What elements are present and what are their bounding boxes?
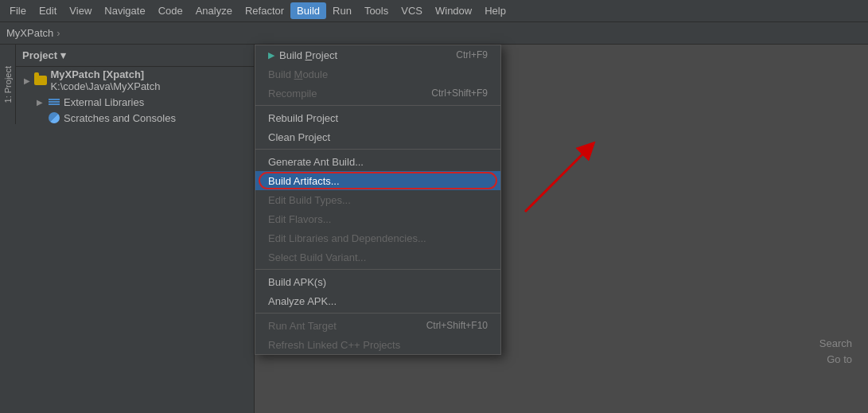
- menu-build-project-shortcut: Ctrl+F9: [456, 49, 488, 60]
- menu-edit[interactable]: Edit: [33, 2, 63, 19]
- menubar: File Edit View Navigate Code Analyze Ref…: [0, 0, 868, 22]
- build-dropdown-menu: ▶ Build Project Ctrl+F9 Build Module Rec…: [255, 45, 501, 355]
- menu-generate-ant-label: Generate Ant Build...: [268, 156, 364, 168]
- menu-build-apk-label: Build APK(s): [268, 276, 326, 288]
- folder-icon: [34, 74, 47, 87]
- menu-code[interactable]: Code: [152, 2, 189, 19]
- menu-edit-build-types: Edit Build Types...: [255, 190, 500, 209]
- menu-file[interactable]: File: [3, 2, 33, 19]
- menu-run-ant-shortcut: Ctrl+Shift+F10: [426, 320, 488, 331]
- menu-vcs[interactable]: VCS: [395, 2, 429, 19]
- sidebar-item-external-libraries[interactable]: ▶ External Libraries: [16, 94, 254, 110]
- menu-run[interactable]: Run: [326, 2, 358, 19]
- menu-analyze[interactable]: Analyze: [189, 2, 239, 19]
- expand-icon-myxpatch: ▶: [22, 76, 31, 85]
- expand-icon-libraries: ▶: [35, 97, 45, 107]
- menu-analyze-apk-label: Analyze APK...: [268, 295, 337, 307]
- menu-build-module: Build Module: [255, 64, 500, 84]
- menu-run-ant-label: Run Ant Target: [268, 320, 337, 332]
- project-tab[interactable]: 1: Project: [0, 45, 16, 124]
- menu-select-build-variant: Select Build Variant...: [255, 247, 500, 267]
- breadcrumb: MyXPatch: [6, 27, 53, 39]
- libraries-icon: [48, 95, 60, 108]
- menu-build[interactable]: Build: [290, 2, 326, 19]
- menu-run-ant: Run Ant Target Ctrl+Shift+F10: [255, 316, 500, 335]
- sidebar-item-myxpatch-label: MyXPatch [Xpatch] K:\code\Java\MyXPatch: [50, 68, 247, 92]
- sidebar-item-libraries-label: External Libraries: [64, 96, 144, 108]
- menu-build-project-label: Build Project: [279, 49, 337, 61]
- scratches-icon: [48, 111, 60, 124]
- menu-build-module-label: Build Module: [268, 68, 328, 80]
- menu-edit-libraries-label: Edit Libraries and Dependencies...: [268, 232, 426, 244]
- menu-refresh-cpp: Refresh Linked C++ Projects: [255, 335, 500, 354]
- menu-clean-project[interactable]: Clean Project: [255, 127, 500, 146]
- breadcrumb-separator: ›: [56, 27, 60, 39]
- menu-edit-build-types-label: Edit Build Types...: [268, 194, 351, 206]
- menu-help[interactable]: Help: [478, 2, 512, 19]
- menu-recompile: Recompile Ctrl+Shift+F9: [255, 84, 500, 103]
- right-panel-goto: Go to: [827, 353, 852, 365]
- separator-1: [255, 105, 500, 106]
- menu-build-apk[interactable]: Build APK(s): [255, 272, 500, 291]
- menu-view[interactable]: View: [63, 2, 98, 19]
- build-project-arrow-icon: ▶: [268, 50, 274, 60]
- sidebar-item-myxpatch[interactable]: ▶ MyXPatch [Xpatch] K:\code\Java\MyXPatc…: [16, 67, 254, 94]
- project-tab-label: 1: Project: [3, 66, 13, 103]
- menu-select-build-variant-label: Select Build Variant...: [268, 251, 366, 263]
- menu-analyze-apk[interactable]: Analyze APK...: [255, 291, 500, 310]
- separator-2: [255, 149, 500, 150]
- menu-edit-flavors-label: Edit Flavors...: [268, 213, 331, 225]
- sidebar-item-scratches[interactable]: ▶ Scratches and Consoles: [16, 110, 254, 126]
- menu-rebuild-project-label: Rebuild Project: [268, 112, 338, 124]
- expand-icon-scratches: ▶: [35, 113, 45, 123]
- titlebar: MyXPatch ›: [0, 22, 868, 45]
- sidebar-item-scratches-label: Scratches and Consoles: [64, 112, 176, 124]
- menu-rebuild-project[interactable]: Rebuild Project: [255, 108, 500, 127]
- menu-edit-libraries: Edit Libraries and Dependencies...: [255, 228, 500, 247]
- menu-generate-ant[interactable]: Generate Ant Build...: [255, 152, 500, 171]
- menu-build-artifacts-label: Build Artifacts...: [268, 175, 340, 187]
- menu-clean-project-label: Clean Project: [268, 131, 330, 143]
- menu-recompile-label: Recompile: [268, 88, 317, 99]
- sidebar: Project ▾ ▶ MyXPatch [Xpatch] K:\code\Ja…: [16, 45, 255, 413]
- main-layout: 1: Project Project ▾ ▶ MyXPatch [Xpatch]…: [0, 45, 868, 413]
- menu-build-artifacts[interactable]: Build Artifacts...: [255, 171, 500, 190]
- sidebar-header[interactable]: Project ▾: [16, 45, 254, 67]
- menu-navigate[interactable]: Navigate: [98, 2, 151, 19]
- menu-refactor[interactable]: Refactor: [239, 2, 290, 19]
- menu-refresh-cpp-label: Refresh Linked C++ Projects: [268, 339, 400, 351]
- menu-window[interactable]: Window: [429, 2, 478, 19]
- menu-tools[interactable]: Tools: [358, 2, 395, 19]
- menu-build-project[interactable]: ▶ Build Project Ctrl+F9: [255, 45, 500, 64]
- separator-4: [255, 313, 500, 314]
- menu-edit-flavors: Edit Flavors...: [255, 209, 500, 228]
- menu-recompile-shortcut: Ctrl+Shift+F9: [431, 88, 488, 99]
- right-panel-search: Search: [819, 337, 852, 349]
- content-area: ▶ Build Project Ctrl+F9 Build Module Rec…: [255, 45, 868, 413]
- separator-3: [255, 269, 500, 270]
- svg-line-0: [525, 148, 589, 212]
